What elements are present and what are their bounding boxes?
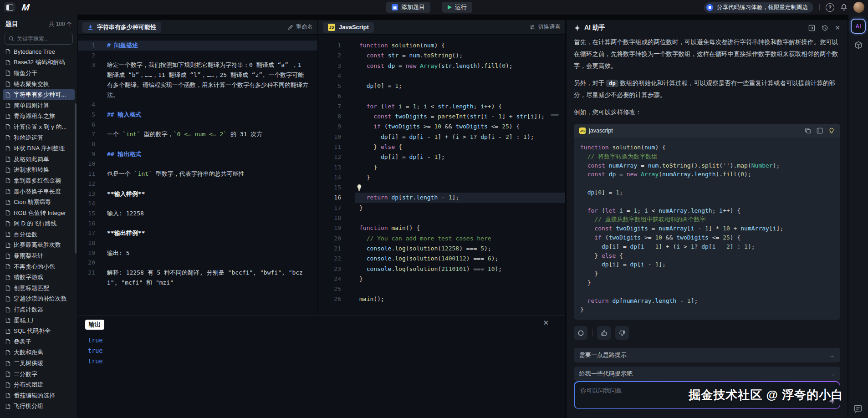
markdown-line[interactable]: 11也是一个 `int` 型数字，代表字符串的总共可能性: [78, 169, 317, 179]
markdown-line[interactable]: 19输出: 5: [78, 248, 317, 258]
markdown-line[interactable]: 2: [78, 51, 317, 61]
code-line[interactable]: 25: [318, 284, 565, 294]
sidebar-item[interactable]: RGB 色值转 Integer: [3, 208, 75, 219]
sidebar-item[interactable]: 叠盘子: [3, 336, 75, 347]
sidebar-item[interactable]: 二分数字: [3, 369, 75, 380]
markdown-line[interactable]: 10: [78, 159, 317, 169]
code-line[interactable]: 9 if (twoDigits >= 10 && twoDigits <= 25…: [318, 122, 565, 132]
code-line[interactable]: 1function solution(num) {: [318, 41, 565, 51]
markdown-line[interactable]: 14: [78, 199, 317, 209]
code-line[interactable]: 5 dp[0] = 1;: [318, 81, 565, 91]
language-tab[interactable]: JS JavaScript: [323, 22, 374, 33]
sidebar-item[interactable]: 百分位数: [3, 229, 75, 240]
regenerate-button[interactable]: [574, 326, 587, 340]
markdown-line[interactable]: 8: [78, 139, 317, 149]
close-icon[interactable]: ✕: [835, 24, 840, 31]
help-icon[interactable]: ?: [826, 3, 834, 12]
code-line[interactable]: 14 }: [318, 173, 565, 183]
sidebar-item[interactable]: 二叉树供暖: [3, 358, 75, 369]
sidebar-item[interactable]: Cion 勒索病毒: [3, 197, 75, 208]
chat-icon[interactable]: [853, 404, 863, 413]
code-line[interactable]: 17}: [318, 203, 565, 213]
code-line[interactable]: 24}: [318, 274, 565, 284]
markdown-line[interactable]: 17**输出样例**: [78, 228, 317, 238]
sidebar-item[interactable]: 及格如此简单: [3, 154, 75, 165]
markdown-line[interactable]: 3给定一个数字，我们按照如下规则把它翻译为字符串：0 翻译成 “a” ，1 翻译…: [78, 60, 317, 100]
markdown-line[interactable]: 5## 输入格式: [78, 110, 317, 120]
code-line[interactable]: 6: [318, 91, 565, 101]
sidebar-item[interactable]: SQL 代码补全: [3, 326, 75, 336]
markdown-line[interactable]: 1# 问题描述: [78, 41, 317, 51]
sidebar-item[interactable]: 比赛最高获胜次数: [3, 240, 75, 251]
markdown-editor[interactable]: 1# 问题描述2 3给定一个数字，我们按照如下规则把它翻译为字符串：0 翻译成 …: [78, 34, 317, 316]
lightbulb-icon[interactable]: [357, 184, 362, 191]
avatar[interactable]: [853, 2, 864, 13]
sidebar-item[interactable]: 大数和距离: [3, 347, 75, 358]
sidebar-item[interactable]: 青海湖租车之旅: [3, 111, 75, 122]
sidebar-item[interactable]: 和的逆运算: [3, 133, 75, 143]
sidebar-item[interactable]: 番茄编辑的选择: [3, 390, 75, 401]
sidebar-item[interactable]: 分布式团建: [3, 379, 75, 390]
sidebar-item[interactable]: 计算位置 x 到 y 的...: [3, 122, 75, 133]
marscode-logo[interactable]: M: [21, 2, 30, 13]
sidebar-item[interactable]: 穿越沙漠的补给次数: [3, 294, 75, 305]
code-line[interactable]: 26main();: [318, 294, 565, 304]
editor-scrollbar[interactable]: [551, 114, 559, 116]
code-line[interactable]: 21 console.log(solution(12258) === 5);: [318, 244, 565, 254]
sidebar-item[interactable]: 蛋糕工厂: [3, 315, 75, 326]
sidebar-item[interactable]: 字符串有多少种可...: [3, 89, 75, 100]
run-button[interactable]: 运行: [442, 2, 472, 13]
code-line[interactable]: 15: [318, 183, 565, 193]
rename-button[interactable]: 重命名: [288, 23, 313, 31]
suggested-prompt[interactable]: 需要一点思路提示→: [574, 348, 840, 362]
thumbs-down-button[interactable]: [615, 326, 629, 340]
sidebar-item[interactable]: Base32 编码和解码: [3, 57, 75, 68]
copy-icon[interactable]: [805, 127, 811, 134]
markdown-line[interactable]: 18: [78, 238, 317, 248]
markdown-line[interactable]: 4: [78, 100, 317, 110]
code-line[interactable]: 18: [318, 213, 565, 223]
markdown-line[interactable]: 7一个 `int` 型的数字，`0 <= num <= 2` 的 31 次方: [78, 129, 317, 139]
insert-code-icon[interactable]: [817, 127, 823, 134]
description-tab[interactable]: 字符串有多少种可能性: [82, 22, 161, 33]
box-icon[interactable]: [854, 41, 863, 49]
code-line[interactable]: 2 const str = num.toString();: [318, 51, 565, 61]
sidebar-item[interactable]: 环状 DNA 序列整理: [3, 143, 75, 154]
lightbulb-icon[interactable]: [828, 127, 835, 134]
sidebar-item[interactable]: 拿到最多红包金额: [3, 175, 75, 186]
markdown-line[interactable]: 6: [78, 120, 317, 130]
switch-language-button[interactable]: 切换语言: [529, 23, 561, 31]
code-line[interactable]: 8 const twoDigits = parseInt(str[i - 1] …: [318, 112, 565, 122]
markdown-line[interactable]: 13**输入样例**: [78, 189, 317, 199]
code-line[interactable]: 13 }: [318, 163, 565, 173]
promo-banner[interactable]: 分享代码练习体验，领限量定制周边: [704, 2, 813, 13]
ai-logo-icon[interactable]: AI: [851, 19, 866, 34]
code-line[interactable]: 19function main() {: [318, 223, 565, 233]
sidebar-item[interactable]: 猫鱼分干: [3, 68, 75, 79]
sidebar-item[interactable]: 阿 D 的飞行路线: [3, 219, 75, 229]
sidebar-item[interactable]: 链表聚集交换: [3, 79, 75, 90]
sidebar-item[interactable]: 简单四则计算: [3, 100, 75, 111]
sidebar-item[interactable]: 打点计数器: [3, 304, 75, 315]
code-line[interactable]: 3 const dp = new Array(str.length).fill(…: [318, 61, 565, 71]
markdown-line[interactable]: 21解释: 12258 有 5 种不同的翻译, 分别是 "bccfi", "bw…: [78, 268, 317, 287]
code-line[interactable]: 7 for (let i = 1; i < str.length; i++) {: [318, 102, 565, 112]
add-problem-button[interactable]: ▣ 添加题目: [386, 2, 430, 13]
code-line[interactable]: 20 // You can add more test cases here: [318, 234, 565, 244]
sidebar-scrollbar[interactable]: [75, 103, 77, 254]
sidebar-item[interactable]: 进制求和转换: [3, 165, 75, 176]
sidebar-item[interactable]: Bytedance Tree: [3, 46, 75, 57]
markdown-line[interactable]: 20: [78, 258, 317, 268]
sidebar-item[interactable]: 猜数字游戏: [3, 272, 75, 283]
bell-icon[interactable]: [840, 4, 848, 11]
markdown-line[interactable]: 9## 输出格式: [78, 149, 317, 159]
sidebar-item[interactable]: 创意标题匹配: [3, 283, 75, 294]
sidebar-item[interactable]: 最小替换子串长度: [3, 186, 75, 197]
code-line[interactable]: 4: [318, 71, 565, 81]
sidebar-item[interactable]: 暴雨梨花针: [3, 250, 75, 261]
history-icon[interactable]: [822, 25, 828, 31]
code-line[interactable]: 12 dp[i] = dp[i - 1];: [318, 152, 565, 162]
code-line[interactable]: 16 return dp[str.length - 1];: [318, 193, 565, 203]
markdown-line[interactable]: 15输入: 12258: [78, 209, 317, 219]
output-tab[interactable]: 输出: [85, 320, 104, 330]
